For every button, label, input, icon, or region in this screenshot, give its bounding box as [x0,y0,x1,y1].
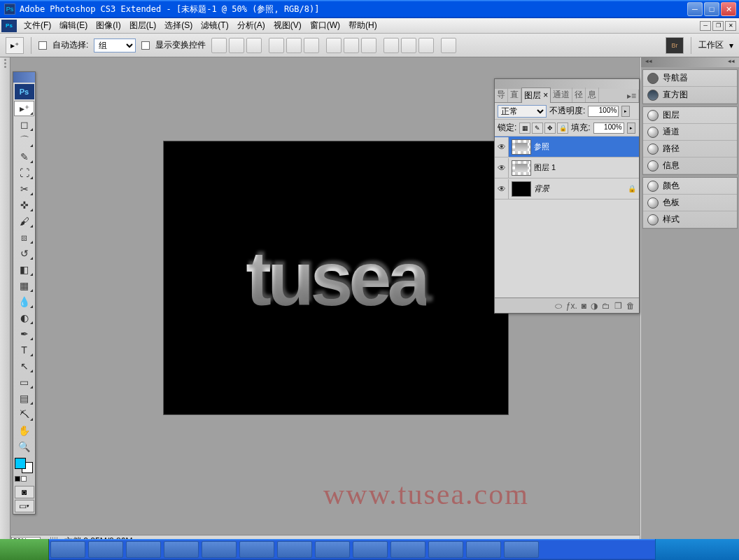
taskbar-item[interactable] [88,541,123,558]
fx-icon[interactable]: ƒx. [566,301,577,311]
minimize-button[interactable]: ─ [687,2,703,16]
align-top-button[interactable] [211,38,227,53]
dock-styles[interactable]: 样式 [643,211,737,228]
fill-slider-icon[interactable]: ▸ [627,122,635,134]
swap-colors-icon[interactable] [21,476,27,482]
show-transform-checkbox[interactable] [141,41,150,50]
screen-mode-button[interactable]: ▭▾ [15,500,34,512]
healing-tool[interactable]: ✜ [14,197,34,213]
tab-info[interactable]: 息 [586,88,599,102]
menu-layer[interactable]: 图层(L) [125,18,161,33]
autoselect-dropdown[interactable]: 组 [94,38,136,52]
quick-select-tool[interactable]: ✎ [14,149,34,164]
bridge-button[interactable]: Br [666,37,684,54]
lasso-tool[interactable]: ⌒ [14,133,34,148]
dock-paths[interactable]: 路径 [643,141,737,158]
default-colors-icon[interactable] [15,476,20,482]
foreground-color[interactable] [15,458,26,469]
quick-mask-button[interactable]: ◙ [15,486,34,498]
mask-icon[interactable]: ◙ [582,301,586,311]
lock-position-button[interactable]: ✥ [544,122,556,134]
distribute-bottom-button[interactable] [361,38,376,53]
taskbar-item[interactable] [277,541,312,558]
maximize-button[interactable]: □ [704,2,719,16]
tab-layers[interactable]: 图层 × [521,88,551,103]
move-tool[interactable]: ▸⁺ [14,101,34,116]
layer-thumbnail[interactable] [512,160,531,176]
blend-mode-dropdown[interactable]: 正常 [498,105,547,118]
autoselect-checkbox[interactable] [38,41,47,50]
crop-tool[interactable]: ⛶ [14,165,34,181]
gradient-tool[interactable]: ▦ [14,278,34,293]
pen-tool[interactable]: ✒ [14,326,34,342]
dock-channels[interactable]: 通道 [643,124,737,141]
taskbar-item[interactable] [353,541,388,558]
align-vcenter-button[interactable] [229,38,244,53]
marquee-tool[interactable]: ◻ [14,117,34,132]
workspace-dropdown-icon[interactable]: ▾ [729,41,733,50]
dock-info[interactable]: 信息 [643,158,737,174]
menu-edit[interactable]: 编辑(E) [55,18,92,33]
auto-align-button[interactable] [441,38,456,53]
start-button[interactable] [0,539,49,560]
taskbar-item[interactable] [126,541,161,558]
taskbar-item[interactable] [164,541,199,558]
menu-image[interactable]: 图像(I) [92,18,125,33]
taskbar-item[interactable] [428,541,463,558]
menu-filter[interactable]: 滤镜(T) [197,18,232,33]
layer-name[interactable]: 背景 [534,183,625,194]
hand-tool[interactable]: ✋ [14,423,34,438]
menu-select[interactable]: 选择(S) [160,18,197,33]
fill-field[interactable]: 100% [593,122,624,134]
menu-file[interactable]: 文件(F) [20,18,55,33]
blur-tool[interactable]: 💧 [14,294,34,309]
doc-minimize-button[interactable]: ─ [700,21,711,31]
tab-paths[interactable]: 径 [572,88,586,102]
link-layers-icon[interactable]: ⬭ [555,301,562,311]
type-tool[interactable]: T [14,342,34,358]
taskbar-item[interactable] [466,541,501,558]
adjustment-icon[interactable]: ◑ [591,301,598,311]
lock-transparent-button[interactable]: ▦ [519,122,530,134]
layer-row[interactable]: 👁 图层 1 [495,158,639,178]
brush-tool[interactable]: 🖌 [14,214,34,229]
visibility-icon[interactable]: 👁 [495,179,509,199]
align-right-button[interactable] [304,38,319,53]
tool-strip[interactable] [0,57,10,560]
dodge-tool[interactable]: ◐ [14,310,34,326]
align-left-button[interactable] [269,38,284,53]
taskbar-item[interactable] [390,541,425,558]
close-button[interactable]: ✕ [721,2,736,16]
distribute-left-button[interactable] [383,38,399,53]
panel-menu-icon[interactable]: ▸≡ [625,90,639,102]
doc-restore-button[interactable]: ❐ [712,21,724,31]
opacity-field[interactable]: 100% [588,106,619,117]
eyedropper-tool[interactable]: ⛏ [14,407,34,422]
dock-histogram[interactable]: 直方图 [643,87,737,104]
new-layer-icon[interactable]: ❐ [614,301,622,311]
toolbox-header[interactable] [13,72,35,83]
distribute-right-button[interactable] [418,38,434,53]
opacity-slider-icon[interactable]: ▸ [621,106,630,117]
lock-pixels-button[interactable]: ✎ [532,122,543,134]
path-select-tool[interactable]: ↖ [14,358,34,374]
distribute-hcenter-button[interactable] [401,38,416,53]
dock-layers[interactable]: 图层 [643,107,737,124]
visibility-icon[interactable]: 👁 [495,158,509,178]
taskbar-item[interactable] [239,541,274,558]
stamp-tool[interactable]: ⧇ [14,230,34,245]
visibility-icon[interactable]: 👁 [495,137,509,157]
eraser-tool[interactable]: ◧ [14,262,34,277]
layer-row[interactable]: 👁 参照 [495,136,639,158]
group-icon[interactable]: 🗀 [602,301,610,311]
tab-channels[interactable]: 通道 [551,88,572,102]
dock-header[interactable]: ◂◂◂◂ [641,57,739,67]
align-hcenter-button[interactable] [286,38,302,53]
shape-tool[interactable]: ▭ [14,374,34,390]
workspace-label[interactable]: 工作区 [698,39,724,51]
menu-analysis[interactable]: 分析(A) [233,18,269,33]
tab-nav[interactable]: 导 [495,88,508,102]
dock-navigator[interactable]: 导航器 [643,70,737,87]
layer-thumbnail[interactable] [512,181,531,197]
app-icon[interactable]: Ps [1,20,17,32]
